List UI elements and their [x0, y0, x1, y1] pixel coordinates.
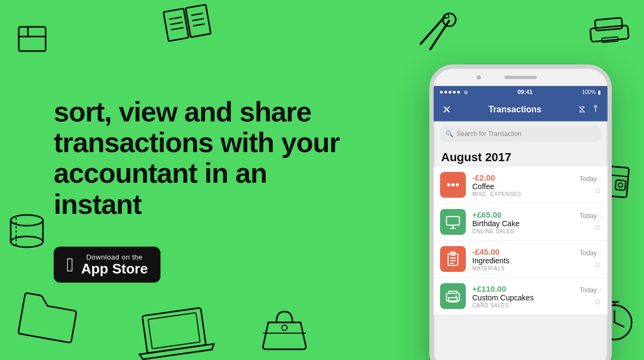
transaction-icon — [440, 209, 466, 235]
svg-point-51 — [456, 296, 457, 297]
transaction-category: ONLINE SALES — [472, 228, 573, 234]
transaction-right: Today›⊙ — [580, 286, 601, 306]
chevron-right-icon: › — [599, 286, 601, 294]
headline: sort, view and share transactions with y… — [54, 97, 354, 220]
svg-point-24 — [282, 325, 287, 330]
svg-rect-37 — [447, 217, 459, 225]
svg-line-9 — [192, 19, 204, 21]
camera-icon[interactable]: ⊙ — [595, 223, 601, 232]
download-on-label: Download on the — [81, 253, 148, 261]
transaction-icon — [440, 172, 466, 198]
svg-line-6 — [170, 23, 183, 25]
transaction-details: -£2.00CoffeeMISC. EXPENSES — [472, 173, 573, 197]
transaction-name: Coffee — [472, 182, 573, 191]
wifi-icon: ⊛ — [464, 89, 468, 95]
app-store-label: App Store — [81, 261, 148, 277]
transaction-details: -£45.00IngredientsMATERIALS — [472, 247, 573, 271]
transaction-category: MATERIALS — [472, 265, 573, 271]
nav-bar: ✕ Transactions ⧖ ⤒ — [434, 98, 608, 121]
transaction-name: Ingredients — [472, 256, 573, 265]
back-button[interactable]: ✕ — [442, 103, 451, 116]
share-icon[interactable]: ⤒ — [592, 104, 599, 115]
svg-rect-32 — [615, 180, 626, 191]
signal-dot-3 — [449, 91, 451, 93]
app-store-button-text: Download on the App Store — [81, 253, 148, 277]
svg-line-7 — [171, 27, 184, 30]
transaction-item[interactable]: -£2.00CoffeeMISC. EXPENSESToday›⊙ — [434, 167, 608, 204]
svg-point-34 — [447, 183, 450, 186]
svg-rect-4 — [186, 5, 211, 38]
transaction-category: MISC. EXPENSES — [472, 191, 573, 197]
signal-dot-2 — [444, 91, 447, 93]
transaction-date: Today — [580, 175, 597, 183]
phone-speaker — [504, 76, 537, 79]
transaction-name: Birthday Cake — [472, 219, 573, 228]
transaction-icon — [440, 246, 466, 272]
camera-icon[interactable]: ⊙ — [595, 297, 601, 306]
svg-line-22 — [169, 348, 185, 350]
left-content: sort, view and share transactions with y… — [54, 97, 354, 283]
app-store-button[interactable]:  Download on the App Store — [54, 247, 160, 283]
transaction-right: Today›⊙ — [580, 249, 601, 269]
signal-dot-4 — [453, 91, 456, 93]
svg-line-8 — [191, 13, 203, 16]
transaction-right: Today›⊙ — [580, 212, 601, 232]
transaction-date: Today — [580, 286, 597, 294]
signal-dot-5 — [457, 91, 460, 93]
deco-bag-icon — [258, 301, 311, 355]
svg-rect-21 — [148, 313, 200, 349]
camera-icon[interactable]: ⊙ — [595, 260, 601, 269]
svg-rect-0 — [19, 27, 46, 51]
transaction-amount: -£45.00 — [472, 247, 573, 256]
svg-point-35 — [451, 183, 455, 186]
deco-folder-icon — [12, 285, 85, 349]
search-icon: 🔍 — [445, 130, 453, 138]
transaction-date: Today — [580, 212, 597, 220]
search-placeholder: Search for Transaction — [457, 130, 522, 138]
transaction-details: +£110.00Custom CupcakesCARD SALES — [472, 284, 573, 308]
svg-line-5 — [169, 17, 182, 19]
search-bar[interactable]: 🔍 Search for Transaction — [440, 126, 601, 142]
transaction-list: -£2.00CoffeeMISC. EXPENSESToday›⊙+£65.00… — [434, 167, 608, 315]
battery-icon: ▮ — [598, 89, 601, 95]
chevron-right-icon: › — [599, 212, 601, 220]
svg-rect-3 — [164, 9, 189, 41]
transaction-name: Custom Cupcakes — [472, 293, 573, 302]
filter-icon[interactable]: ⧖ — [579, 104, 586, 115]
transaction-amount: +£65.00 — [472, 210, 573, 219]
phone-bezel-top — [434, 69, 608, 86]
signal-dot-1 — [440, 91, 443, 93]
svg-point-36 — [456, 183, 459, 186]
chevron-right-icon: › — [599, 175, 601, 183]
deco-drum-icon — [5, 210, 48, 258]
apple-icon:  — [67, 255, 74, 275]
phone-camera — [477, 75, 481, 80]
deco-document-icon — [158, 1, 218, 53]
transaction-amount: +£110.00 — [472, 284, 573, 293]
transaction-item[interactable]: +£65.00Birthday CakeONLINE SALESToday›⊙ — [434, 204, 608, 241]
signal-indicator: ⊛ — [440, 89, 468, 95]
battery-percent: 100% — [582, 89, 596, 95]
phone-mockup: ⊛ 09:41 100% ▮ ✕ Transactions ⧖ ⤒ 🔍 Sear… — [429, 64, 612, 360]
transaction-icon — [440, 283, 466, 309]
svg-rect-13 — [595, 18, 623, 31]
svg-point-11 — [442, 12, 457, 27]
nav-title: Transactions — [488, 105, 541, 114]
svg-line-10 — [193, 24, 205, 26]
nav-action-icons: ⧖ ⤒ — [579, 104, 599, 115]
deco-box-icon — [11, 16, 54, 59]
month-header: August 2017 — [434, 146, 608, 167]
transaction-date: Today — [580, 249, 597, 257]
transaction-amount: -£2.00 — [472, 173, 573, 182]
transaction-details: +£65.00Birthday CakeONLINE SALES — [472, 210, 573, 234]
transaction-item[interactable]: +£110.00Custom CupcakesCARD SALESToday›⊙ — [434, 278, 608, 315]
deco-laptop-icon — [131, 301, 218, 360]
svg-line-27 — [614, 322, 624, 327]
deco-stapler-icon — [583, 9, 635, 51]
battery-indicator: 100% ▮ — [582, 89, 601, 95]
phone-frame: ⊛ 09:41 100% ▮ ✕ Transactions ⧖ ⤒ 🔍 Sear… — [429, 64, 612, 360]
chevron-right-icon: › — [599, 249, 601, 257]
camera-icon[interactable]: ⊙ — [595, 186, 601, 195]
status-bar: ⊛ 09:41 100% ▮ — [434, 86, 608, 98]
transaction-item[interactable]: -£45.00IngredientsMATERIALSToday›⊙ — [434, 241, 608, 278]
